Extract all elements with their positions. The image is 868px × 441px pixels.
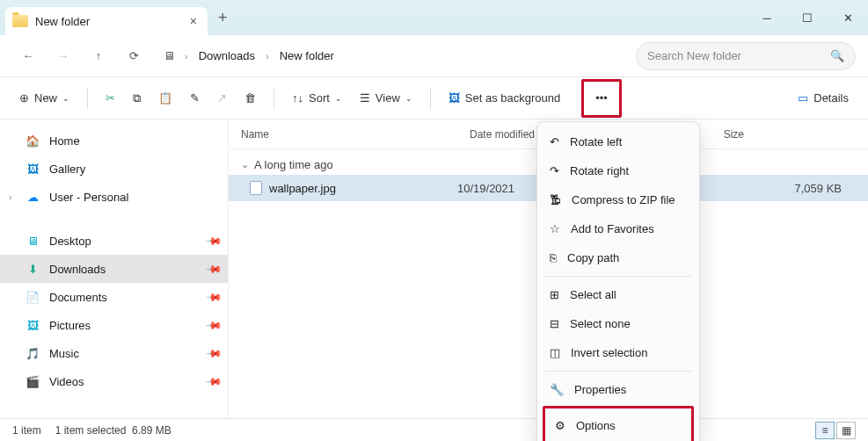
chevron-down-icon: ⌄ — [405, 94, 412, 103]
menu-select-none[interactable]: ⊟Select none — [537, 309, 699, 338]
set-background-button[interactable]: 🖼 Set as background — [441, 84, 567, 112]
rotate-left-icon: ↶ — [550, 135, 559, 148]
up-button[interactable]: ↑ — [83, 42, 114, 70]
highlight-box-options: ⚙Options — [543, 406, 694, 441]
path-icon: ⎘ — [550, 251, 557, 264]
download-icon: ⬇ — [25, 261, 40, 277]
pc-icon[interactable]: 🖥 — [158, 42, 179, 70]
chevron-right-icon[interactable]: › — [9, 192, 11, 202]
sidebar: 🏠Home 🖼Gallery ›☁User - Personal 🖥Deskto… — [0, 119, 229, 418]
close-button[interactable]: ✕ — [828, 0, 868, 35]
menu-copy-path[interactable]: ⎘Copy path — [537, 243, 699, 272]
pin-icon: 📌 — [205, 316, 223, 335]
file-size: 7,059 KB — [686, 182, 868, 195]
view-list-button[interactable]: ≡ — [815, 422, 835, 439]
chevron-down-icon: ⌄ — [62, 94, 69, 103]
status-selected: 1 item selected 6.89 MB — [55, 424, 171, 437]
chevron-right-icon: › — [266, 51, 269, 61]
menu-properties[interactable]: 🔧Properties — [537, 375, 699, 404]
cut-icon: ✂ — [106, 91, 115, 105]
menu-rotate-left[interactable]: ↶Rotate left — [537, 127, 699, 156]
highlight-box-more: ••• — [581, 79, 622, 118]
view-icon: ☰ — [360, 91, 370, 105]
cloud-icon: ☁ — [25, 189, 40, 205]
tab[interactable]: New folder × — [5, 7, 208, 35]
zip-icon: 🗜 — [550, 193, 561, 206]
pin-icon: 📌 — [205, 344, 223, 363]
share-button[interactable]: ↗ — [210, 84, 234, 112]
status-count: 1 item — [12, 424, 41, 437]
chevron-right-icon: › — [185, 51, 188, 61]
cut-button[interactable]: ✂ — [98, 84, 122, 112]
new-tab-button[interactable]: + — [218, 9, 228, 27]
maximize-button[interactable]: ☐ — [787, 0, 828, 35]
forward-button[interactable]: → — [47, 42, 79, 70]
title-bar: New folder × + ─ ☐ ✕ — [0, 0, 868, 35]
more-menu: ↶Rotate left ↷Rotate right 🗜Compress to … — [536, 121, 700, 441]
desktop-icon: 🖥 — [25, 233, 40, 249]
paste-button[interactable]: 📋 — [151, 84, 179, 112]
gear-icon: ⚙ — [555, 419, 565, 432]
share-icon: ↗ — [217, 91, 227, 105]
star-icon: ☆ — [550, 222, 560, 235]
col-name[interactable]: Name — [229, 128, 457, 141]
videos-icon: 🎬 — [25, 373, 40, 389]
sidebar-item-music[interactable]: 🎵Music📌 — [0, 339, 228, 367]
window-controls: ─ ☐ ✕ — [747, 0, 868, 35]
paste-icon: 📋 — [158, 91, 172, 105]
minimize-button[interactable]: ─ — [747, 0, 787, 35]
pin-icon: 📌 — [205, 372, 223, 391]
sidebar-item-desktop[interactable]: 🖥Desktop📌 — [0, 227, 228, 255]
nav-bar: ← → ↑ ⟳ 🖥 › Downloads › New folder Searc… — [0, 35, 868, 77]
pictures-icon: 🖼 — [25, 317, 40, 333]
toolbar: ⊕ New ⌄ ✂ ⧉ 📋 ✎ ↗ 🗑 ↑↓ Sort ⌄ ☰ View ⌄ 🖼… — [0, 77, 868, 119]
breadcrumb: 🖥 › Downloads › New folder — [158, 42, 632, 70]
menu-invert[interactable]: ◫Invert selection — [537, 338, 699, 367]
details-pane-button[interactable]: ▭ Details — [791, 84, 856, 112]
sidebar-item-downloads[interactable]: ⬇Downloads📌 — [0, 255, 228, 283]
menu-options[interactable]: ⚙Options — [548, 411, 689, 440]
breadcrumb-newfolder[interactable]: New folder — [274, 46, 339, 66]
new-button[interactable]: ⊕ New ⌄ — [12, 84, 77, 112]
tab-close-icon[interactable]: × — [190, 14, 197, 28]
sidebar-item-gallery[interactable]: 🖼Gallery — [0, 155, 228, 183]
search-input[interactable]: Search New folder 🔍 — [636, 42, 856, 70]
copy-icon: ⧉ — [133, 91, 141, 105]
invert-icon: ◫ — [550, 346, 560, 359]
file-name: wallpaper.jpg — [269, 182, 336, 195]
refresh-button[interactable]: ⟳ — [118, 42, 150, 70]
sidebar-item-videos[interactable]: 🎬Videos📌 — [0, 367, 228, 395]
gallery-icon: 🖼 — [25, 161, 40, 177]
more-button[interactable]: ••• — [587, 84, 616, 112]
sidebar-item-user[interactable]: ›☁User - Personal — [0, 183, 228, 211]
menu-favorites[interactable]: ☆Add to Favorites — [537, 214, 699, 243]
chevron-down-icon: ⌄ — [335, 94, 342, 103]
rename-button[interactable]: ✎ — [183, 84, 207, 112]
folder-icon — [12, 15, 28, 27]
main-area: 🏠Home 🖼Gallery ›☁User - Personal 🖥Deskto… — [0, 119, 868, 418]
sidebar-item-pictures[interactable]: 🖼Pictures📌 — [0, 311, 228, 339]
home-icon: 🏠 — [25, 133, 40, 148]
pin-icon: 📌 — [205, 260, 223, 278]
view-grid-button[interactable]: ▦ — [836, 422, 856, 439]
search-placeholder: Search New folder — [647, 49, 830, 62]
details-icon: ▭ — [798, 91, 808, 105]
picture-icon: 🖼 — [449, 91, 460, 105]
menu-select-all[interactable]: ⊞Select all — [537, 280, 699, 309]
select-all-icon: ⊞ — [550, 288, 559, 301]
sort-button[interactable]: ↑↓ Sort ⌄ — [285, 84, 349, 112]
view-button[interactable]: ☰ View ⌄ — [353, 84, 419, 112]
copy-button[interactable]: ⧉ — [126, 84, 148, 112]
menu-rotate-right[interactable]: ↷Rotate right — [537, 156, 699, 185]
select-none-icon: ⊟ — [550, 317, 559, 330]
menu-compress[interactable]: 🗜Compress to ZIP file — [537, 185, 699, 214]
sidebar-item-home[interactable]: 🏠Home — [0, 127, 228, 155]
back-button[interactable]: ← — [12, 42, 44, 70]
delete-button[interactable]: 🗑 — [237, 84, 263, 112]
status-bar: 1 item 1 item selected 6.89 MB ≡ ▦ — [0, 418, 868, 441]
documents-icon: 📄 — [25, 289, 40, 305]
sidebar-item-documents[interactable]: 📄Documents📌 — [0, 283, 228, 311]
breadcrumb-downloads[interactable]: Downloads — [193, 46, 260, 66]
sort-icon: ↑↓ — [292, 91, 303, 105]
rename-icon: ✎ — [190, 91, 200, 105]
